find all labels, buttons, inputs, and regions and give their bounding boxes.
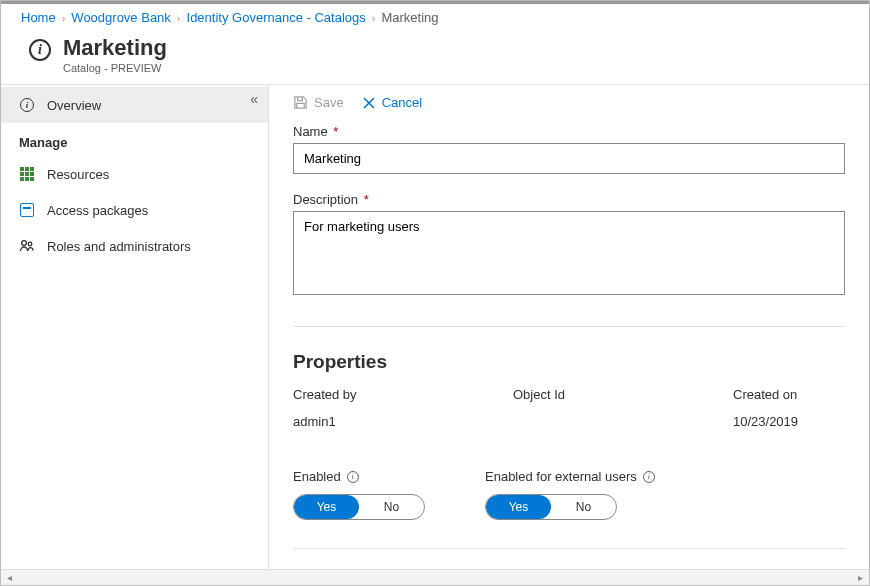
description-input[interactable] (293, 211, 845, 295)
page-subtitle: Catalog - PREVIEW (63, 62, 167, 74)
page-title: Marketing (63, 35, 167, 61)
sidebar-item-access-packages[interactable]: Access packages (1, 192, 268, 228)
sidebar-item-roles[interactable]: Roles and administrators (1, 228, 268, 264)
breadcrumb-link-catalogs[interactable]: Identity Governance - Catalogs (187, 10, 366, 25)
breadcrumb-link-home[interactable]: Home (21, 10, 56, 25)
enabled-yes-option[interactable]: Yes (294, 495, 359, 519)
name-label: Name * (293, 124, 845, 139)
chevron-right-icon: › (372, 12, 376, 24)
enabled-external-no-option[interactable]: No (551, 495, 616, 519)
scroll-right-arrow[interactable]: ▸ (854, 572, 867, 583)
save-icon (293, 95, 308, 110)
sidebar-item-resources[interactable]: Resources (1, 156, 268, 192)
created-on-value: 10/23/2019 (733, 414, 869, 429)
close-icon (362, 96, 376, 110)
enabled-label: Enabled i (293, 469, 425, 484)
sidebar-item-label: Overview (47, 98, 101, 113)
sidebar-item-overview[interactable]: i Overview (1, 87, 268, 123)
people-icon (19, 238, 35, 254)
collapse-sidebar-button[interactable]: « (250, 91, 258, 107)
sidebar-item-label: Access packages (47, 203, 148, 218)
cancel-label: Cancel (382, 95, 422, 110)
svg-point-1 (28, 243, 32, 247)
info-icon[interactable]: i (347, 471, 359, 483)
description-label: Description * (293, 192, 845, 207)
divider (293, 548, 845, 549)
save-label: Save (314, 95, 344, 110)
enabled-external-toggle[interactable]: Yes No (485, 494, 617, 520)
created-on-label: Created on (733, 387, 869, 402)
sidebar-section-manage: Manage (1, 123, 268, 156)
breadcrumb: Home › Woodgrove Bank › Identity Governa… (1, 1, 869, 29)
info-icon: i (20, 98, 34, 112)
package-icon (19, 202, 35, 218)
enabled-external-yes-option[interactable]: Yes (486, 495, 551, 519)
cancel-button[interactable]: Cancel (362, 95, 422, 110)
sidebar-item-label: Resources (47, 167, 109, 182)
svg-point-0 (22, 241, 27, 246)
sidebar: « i Overview Manage Resources Access pac… (1, 85, 269, 586)
breadcrumb-current: Marketing (381, 10, 438, 25)
toolbar: Save Cancel (269, 85, 869, 120)
divider (293, 326, 845, 327)
chevron-right-icon: › (177, 12, 181, 24)
enabled-toggle[interactable]: Yes No (293, 494, 425, 520)
info-icon[interactable]: i (643, 471, 655, 483)
name-input[interactable] (293, 143, 845, 174)
chevron-right-icon: › (62, 12, 66, 24)
main-panel: Save Cancel Name * Description * Proper (269, 85, 869, 586)
created-by-value: admin1 (293, 414, 453, 429)
enabled-external-label: Enabled for external users i (485, 469, 655, 484)
properties-heading: Properties (293, 351, 845, 373)
scroll-left-arrow[interactable]: ◂ (3, 572, 16, 583)
grid-icon (19, 166, 35, 182)
breadcrumb-link-org[interactable]: Woodgrove Bank (71, 10, 171, 25)
object-id-label: Object Id (513, 387, 673, 402)
enabled-no-option[interactable]: No (359, 495, 424, 519)
created-by-label: Created by (293, 387, 453, 402)
page-header: i Marketing Catalog - PREVIEW (1, 29, 869, 85)
save-button[interactable]: Save (293, 95, 344, 110)
info-icon: i (29, 39, 51, 61)
horizontal-scrollbar[interactable]: ◂ ▸ (1, 569, 869, 585)
sidebar-item-label: Roles and administrators (47, 239, 191, 254)
